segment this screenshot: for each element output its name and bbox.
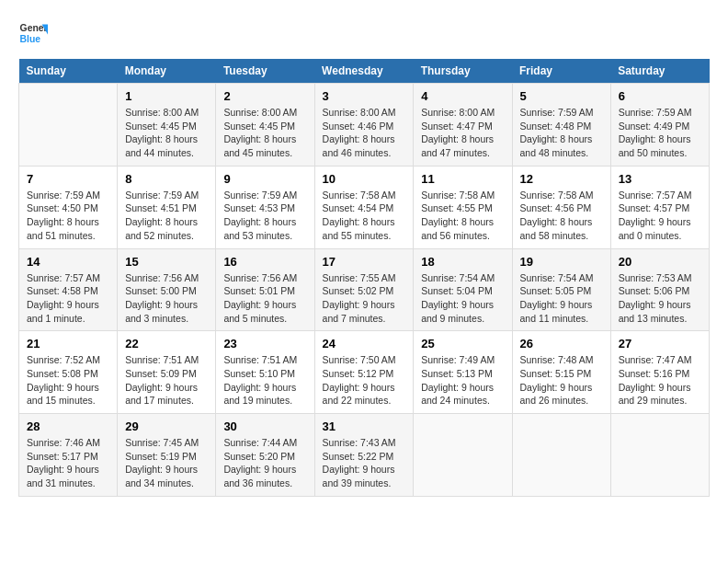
day-number: 24: [323, 337, 406, 350]
day-number: 13: [619, 172, 701, 186]
day-number: 16: [223, 255, 306, 269]
cell-content: Sunrise: 7:43 AM Sunset: 5:22 PM Dayligh…: [323, 436, 406, 490]
day-header-sunday: Sunday: [19, 59, 118, 84]
calendar-cell: 5Sunrise: 7:59 AM Sunset: 4:48 PM Daylig…: [512, 84, 610, 167]
cell-content: Sunrise: 8:00 AM Sunset: 4:45 PM Dayligh…: [125, 106, 208, 160]
calendar-cell: 24Sunrise: 7:50 AM Sunset: 5:12 PM Dayli…: [314, 331, 414, 414]
day-number: 25: [421, 337, 504, 350]
cell-content: Sunrise: 7:59 AM Sunset: 4:53 PM Dayligh…: [223, 189, 306, 243]
calendar-cell: 12Sunrise: 7:58 AM Sunset: 4:56 PM Dayli…: [512, 166, 610, 248]
calendar-cell: 14Sunrise: 7:57 AM Sunset: 4:58 PM Dayli…: [19, 248, 118, 331]
calendar-cell: 6Sunrise: 7:59 AM Sunset: 4:49 PM Daylig…: [610, 84, 709, 167]
cell-content: Sunrise: 7:58 AM Sunset: 4:54 PM Dayligh…: [323, 189, 406, 243]
calendar-table: SundayMondayTuesdayWednesdayThursdayFrid…: [18, 59, 710, 497]
day-number: 12: [520, 172, 603, 186]
cell-content: Sunrise: 7:54 AM Sunset: 5:04 PM Dayligh…: [421, 271, 504, 326]
day-number: 29: [125, 419, 208, 433]
calendar-cell: 26Sunrise: 7:48 AM Sunset: 5:15 PM Dayli…: [512, 331, 610, 414]
calendar-cell: 9Sunrise: 7:59 AM Sunset: 4:53 PM Daylig…: [216, 166, 314, 248]
week-row-1: 1Sunrise: 8:00 AM Sunset: 4:45 PM Daylig…: [19, 84, 710, 167]
cell-content: Sunrise: 7:58 AM Sunset: 4:56 PM Dayligh…: [520, 189, 603, 243]
cell-content: Sunrise: 8:00 AM Sunset: 4:45 PM Dayligh…: [223, 106, 306, 160]
calendar-cell: 23Sunrise: 7:51 AM Sunset: 5:10 PM Dayli…: [216, 331, 314, 414]
cell-content: Sunrise: 7:51 AM Sunset: 5:10 PM Dayligh…: [223, 353, 306, 408]
cell-content: Sunrise: 7:54 AM Sunset: 5:05 PM Dayligh…: [520, 271, 603, 326]
cell-content: Sunrise: 8:00 AM Sunset: 4:47 PM Dayligh…: [421, 106, 504, 160]
calendar-cell: 16Sunrise: 7:56 AM Sunset: 5:01 PM Dayli…: [216, 248, 314, 331]
day-number: 20: [619, 255, 701, 269]
day-number: 5: [520, 89, 603, 103]
day-number: 8: [125, 172, 208, 186]
svg-text:Blue: Blue: [20, 34, 41, 44]
logo-icon: General Blue: [18, 18, 48, 48]
day-header-monday: Monday: [118, 59, 216, 84]
day-number: 31: [323, 419, 406, 433]
day-header-thursday: Thursday: [414, 59, 512, 84]
calendar-cell: 18Sunrise: 7:54 AM Sunset: 5:04 PM Dayli…: [414, 248, 512, 331]
day-number: 1: [125, 89, 208, 103]
calendar-cell: 21Sunrise: 7:52 AM Sunset: 5:08 PM Dayli…: [19, 331, 118, 414]
calendar-cell: 28Sunrise: 7:46 AM Sunset: 5:17 PM Dayli…: [19, 414, 118, 497]
day-number: 6: [619, 89, 701, 103]
day-number: 28: [27, 419, 109, 433]
day-number: 9: [223, 172, 306, 186]
day-header-wednesday: Wednesday: [314, 59, 414, 84]
cell-content: Sunrise: 7:48 AM Sunset: 5:15 PM Dayligh…: [520, 353, 603, 408]
day-header-saturday: Saturday: [610, 59, 709, 84]
calendar-cell: 19Sunrise: 7:54 AM Sunset: 5:05 PM Dayli…: [512, 248, 610, 331]
calendar-cell: 13Sunrise: 7:57 AM Sunset: 4:57 PM Dayli…: [610, 166, 709, 248]
day-number: 27: [619, 337, 701, 350]
logo: General Blue: [18, 18, 48, 48]
calendar-cell: [414, 414, 512, 497]
cell-content: Sunrise: 7:46 AM Sunset: 5:17 PM Dayligh…: [27, 436, 109, 490]
week-row-2: 7Sunrise: 7:59 AM Sunset: 4:50 PM Daylig…: [19, 166, 710, 248]
calendar-cell: 20Sunrise: 7:53 AM Sunset: 5:06 PM Dayli…: [610, 248, 709, 331]
week-row-5: 28Sunrise: 7:46 AM Sunset: 5:17 PM Dayli…: [19, 414, 710, 497]
cell-content: Sunrise: 7:50 AM Sunset: 5:12 PM Dayligh…: [323, 353, 406, 408]
cell-content: Sunrise: 7:47 AM Sunset: 5:16 PM Dayligh…: [619, 353, 701, 408]
cell-content: Sunrise: 7:52 AM Sunset: 5:08 PM Dayligh…: [27, 353, 109, 408]
calendar-cell: 7Sunrise: 7:59 AM Sunset: 4:50 PM Daylig…: [19, 166, 118, 248]
cell-content: Sunrise: 7:59 AM Sunset: 4:49 PM Dayligh…: [619, 106, 701, 160]
calendar-cell: 17Sunrise: 7:55 AM Sunset: 5:02 PM Dayli…: [314, 248, 414, 331]
cell-content: Sunrise: 7:51 AM Sunset: 5:09 PM Dayligh…: [125, 353, 208, 408]
calendar-cell: 4Sunrise: 8:00 AM Sunset: 4:47 PM Daylig…: [414, 84, 512, 167]
calendar-cell: [610, 414, 709, 497]
calendar-cell: 3Sunrise: 8:00 AM Sunset: 4:46 PM Daylig…: [314, 84, 414, 167]
day-number: 22: [125, 337, 208, 350]
calendar-cell: 1Sunrise: 8:00 AM Sunset: 4:45 PM Daylig…: [118, 84, 216, 167]
calendar-cell: 8Sunrise: 7:59 AM Sunset: 4:51 PM Daylig…: [118, 166, 216, 248]
calendar-cell: [19, 84, 118, 167]
calendar-cell: 31Sunrise: 7:43 AM Sunset: 5:22 PM Dayli…: [314, 414, 414, 497]
day-number: 11: [421, 172, 504, 186]
day-number: 7: [27, 172, 109, 186]
day-number: 4: [421, 89, 504, 103]
days-header-row: SundayMondayTuesdayWednesdayThursdayFrid…: [19, 59, 710, 84]
cell-content: Sunrise: 7:44 AM Sunset: 5:20 PM Dayligh…: [223, 436, 306, 490]
day-number: 26: [520, 337, 603, 350]
day-number: 2: [223, 89, 306, 103]
calendar-cell: 30Sunrise: 7:44 AM Sunset: 5:20 PM Dayli…: [216, 414, 314, 497]
calendar-cell: 10Sunrise: 7:58 AM Sunset: 4:54 PM Dayli…: [314, 166, 414, 248]
day-number: 30: [223, 419, 306, 433]
day-number: 14: [27, 255, 109, 269]
week-row-3: 14Sunrise: 7:57 AM Sunset: 4:58 PM Dayli…: [19, 248, 710, 331]
cell-content: Sunrise: 7:49 AM Sunset: 5:13 PM Dayligh…: [421, 353, 504, 408]
calendar-cell: 11Sunrise: 7:58 AM Sunset: 4:55 PM Dayli…: [414, 166, 512, 248]
week-row-4: 21Sunrise: 7:52 AM Sunset: 5:08 PM Dayli…: [19, 331, 710, 414]
calendar-cell: 27Sunrise: 7:47 AM Sunset: 5:16 PM Dayli…: [610, 331, 709, 414]
day-number: 3: [323, 89, 406, 103]
day-number: 10: [323, 172, 406, 186]
cell-content: Sunrise: 7:58 AM Sunset: 4:55 PM Dayligh…: [421, 189, 504, 243]
day-header-friday: Friday: [512, 59, 610, 84]
day-number: 21: [27, 337, 109, 350]
cell-content: Sunrise: 8:00 AM Sunset: 4:46 PM Dayligh…: [323, 106, 406, 160]
calendar-cell: 25Sunrise: 7:49 AM Sunset: 5:13 PM Dayli…: [414, 331, 512, 414]
header: General Blue: [18, 18, 710, 48]
day-number: 15: [125, 255, 208, 269]
cell-content: Sunrise: 7:57 AM Sunset: 4:57 PM Dayligh…: [619, 189, 701, 243]
cell-content: Sunrise: 7:45 AM Sunset: 5:19 PM Dayligh…: [125, 436, 208, 490]
cell-content: Sunrise: 7:53 AM Sunset: 5:06 PM Dayligh…: [619, 271, 701, 326]
day-number: 23: [223, 337, 306, 350]
day-header-tuesday: Tuesday: [216, 59, 314, 84]
